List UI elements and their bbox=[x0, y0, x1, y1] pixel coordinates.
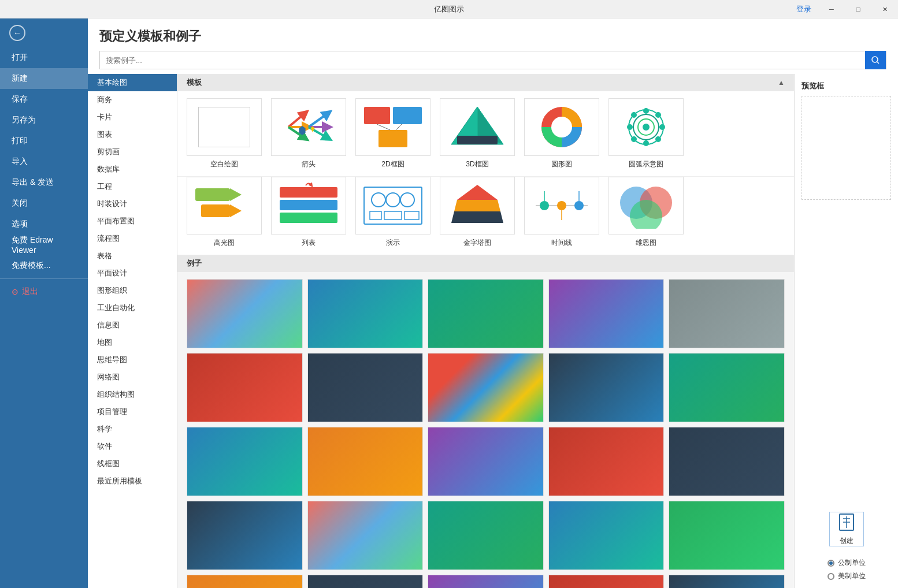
example-item-2[interactable] bbox=[307, 279, 424, 348]
svg-point-32 bbox=[643, 108, 649, 114]
sidebar-item-open[interactable]: 打开 bbox=[0, 47, 88, 68]
example-item-11[interactable] bbox=[187, 427, 303, 496]
template-item-blank[interactable]: 空白绘图 bbox=[187, 98, 262, 169]
sidebar-item-freetpl[interactable]: 免费模板... bbox=[0, 255, 88, 276]
example-item-22[interactable] bbox=[307, 575, 424, 588]
example-item-17[interactable] bbox=[307, 501, 424, 570]
close-button[interactable]: ✕ bbox=[871, 0, 898, 18]
template-item-venn[interactable]: 维恩图 bbox=[608, 177, 684, 248]
category-item-shape[interactable]: 图形组织 bbox=[88, 282, 177, 299]
category-item-cut[interactable]: 剪切画 bbox=[88, 143, 177, 161]
template-item-highlight[interactable]: 高光图 bbox=[187, 177, 262, 248]
svg-rect-40 bbox=[201, 204, 230, 217]
example-item-1[interactable] bbox=[187, 279, 303, 348]
category-item-industrial[interactable]: 工业自动化 bbox=[88, 299, 177, 317]
example-item-25[interactable] bbox=[669, 575, 785, 588]
example-item-6[interactable] bbox=[187, 353, 303, 422]
example-item-8[interactable] bbox=[428, 353, 544, 422]
example-item-24[interactable] bbox=[548, 575, 665, 588]
example-item-4[interactable] bbox=[548, 279, 665, 348]
svg-rect-44 bbox=[280, 213, 337, 223]
content-header: 预定义模板和例子 bbox=[88, 18, 898, 74]
category-item-pm[interactable]: 项目管理 bbox=[88, 403, 177, 420]
sidebar-item-close[interactable]: 关闭 bbox=[0, 193, 88, 214]
minimize-button[interactable]: ─ bbox=[818, 0, 845, 18]
sidebar-item-print[interactable]: 打印 bbox=[0, 131, 88, 151]
example-item-16[interactable] bbox=[187, 501, 303, 570]
page-title: 预定义模板和例子 bbox=[99, 28, 886, 45]
category-item-wireframe[interactable]: 线框图 bbox=[88, 455, 177, 472]
category-item-basic[interactable]: 基本绘图 bbox=[88, 74, 177, 91]
category-item-map[interactable]: 地图 bbox=[88, 334, 177, 351]
category-item-flat[interactable]: 平面设计 bbox=[88, 265, 177, 282]
login-link[interactable]: 登录 bbox=[796, 4, 811, 14]
svg-point-48 bbox=[386, 193, 400, 207]
template-item-arrow[interactable]: 箭头 bbox=[271, 98, 346, 169]
category-item-card[interactable]: 卡片 bbox=[88, 109, 177, 126]
sidebar-item-exit[interactable]: ⊖ 退出 bbox=[0, 281, 88, 302]
sidebar-item-saveas[interactable]: 另存为 bbox=[0, 110, 88, 131]
maximize-button[interactable]: □ bbox=[845, 0, 871, 18]
category-item-info[interactable]: 信息图 bbox=[88, 317, 177, 334]
template-icon-present bbox=[355, 177, 431, 235]
sidebar-item-save[interactable]: 保存 bbox=[0, 89, 88, 110]
template-item-pie[interactable]: 圆形图 bbox=[524, 98, 599, 169]
unit-metric[interactable]: 公制单位 bbox=[828, 558, 866, 568]
sidebar: ← 打开 新建 保存 另存为 打印 导入 导出 & 发送 关闭 选项 免费 Ed… bbox=[0, 18, 88, 588]
category-item-biz[interactable]: 商务 bbox=[88, 91, 177, 109]
example-item-15[interactable] bbox=[669, 427, 785, 496]
example-item-20[interactable] bbox=[669, 501, 785, 570]
category-item-floorplan[interactable]: 平面布置图 bbox=[88, 213, 177, 230]
category-item-org[interactable]: 组织结构图 bbox=[88, 386, 177, 403]
template-item-2dframe[interactable]: 2D框图 bbox=[355, 98, 431, 169]
category-item-eng[interactable]: 工程 bbox=[88, 178, 177, 195]
template-item-bubble[interactable]: 圆弧示意图 bbox=[608, 98, 684, 169]
category-item-network[interactable]: 网络图 bbox=[88, 369, 177, 386]
sidebar-item-new[interactable]: 新建 bbox=[0, 68, 88, 89]
example-item-21[interactable] bbox=[187, 575, 303, 588]
create-button[interactable]: 创建 bbox=[829, 512, 864, 546]
search-input[interactable] bbox=[100, 56, 865, 65]
2dframe-svg bbox=[361, 104, 425, 150]
example-item-12[interactable] bbox=[307, 427, 424, 496]
example-item-9[interactable] bbox=[548, 353, 665, 422]
search-button[interactable] bbox=[865, 51, 886, 69]
unit-imperial[interactable]: 美制单位 bbox=[828, 571, 866, 581]
sidebar-item-viewer[interactable]: 免费 Edraw Viewer bbox=[0, 235, 88, 255]
example-item-10[interactable] bbox=[669, 353, 785, 422]
template-item-present[interactable]: 演示 bbox=[355, 177, 431, 248]
template-item-timeline[interactable]: 时间线 bbox=[524, 177, 599, 248]
sidebar-item-options[interactable]: 选项 bbox=[0, 214, 88, 235]
example-item-5[interactable] bbox=[669, 279, 785, 348]
category-item-chart[interactable]: 图表 bbox=[88, 126, 177, 143]
example-item-23[interactable] bbox=[428, 575, 544, 588]
category-item-software[interactable]: 软件 bbox=[88, 438, 177, 455]
example-item-14[interactable] bbox=[548, 427, 665, 496]
category-item-recent[interactable]: 最近所用模板 bbox=[88, 472, 177, 490]
template-item-list[interactable]: 列表 bbox=[271, 177, 346, 248]
category-item-fashion[interactable]: 时装设计 bbox=[88, 195, 177, 213]
category-item-science[interactable]: 科学 bbox=[88, 420, 177, 438]
category-item-db[interactable]: 数据库 bbox=[88, 161, 177, 178]
exit-icon: ⊖ bbox=[12, 287, 18, 296]
sidebar-item-import[interactable]: 导入 bbox=[0, 151, 88, 172]
svg-rect-43 bbox=[280, 200, 337, 210]
category-item-flow[interactable]: 流程图 bbox=[88, 230, 177, 247]
template-icon-pie bbox=[524, 98, 599, 156]
template-item-3dframe[interactable]: 3D框图 bbox=[440, 98, 515, 169]
example-item-7[interactable] bbox=[307, 353, 424, 422]
example-item-19[interactable] bbox=[548, 501, 665, 570]
highlight-svg bbox=[192, 183, 256, 229]
title-bar: 亿图图示 登录 ─ □ ✕ bbox=[0, 0, 898, 18]
category-item-mindmap[interactable]: 思维导图 bbox=[88, 351, 177, 369]
example-item-3[interactable] bbox=[428, 279, 544, 348]
sidebar-menu: 打开 新建 保存 另存为 打印 导入 导出 & 发送 关闭 选项 免费 Edra… bbox=[0, 47, 88, 588]
template-item-pyramid[interactable]: 金字塔图 bbox=[440, 177, 515, 248]
category-item-table[interactable]: 表格 bbox=[88, 247, 177, 265]
templates-scroll-up[interactable]: ▲ bbox=[778, 79, 785, 87]
example-item-18[interactable] bbox=[428, 501, 544, 570]
svg-point-31 bbox=[659, 124, 665, 130]
back-button[interactable]: ← bbox=[0, 18, 88, 47]
sidebar-item-export[interactable]: 导出 & 发送 bbox=[0, 172, 88, 193]
example-item-13[interactable] bbox=[428, 427, 544, 496]
